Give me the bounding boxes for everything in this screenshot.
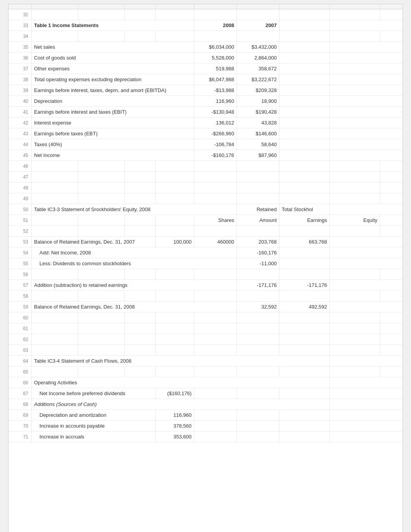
table-row: 70Increase in accounts payable378,560 (9, 421, 402, 431)
empty-cell (156, 291, 194, 301)
row-number: 40 (9, 96, 32, 106)
table-row: 46 (9, 161, 402, 172)
empty-cell (156, 182, 194, 193)
empty-cell (237, 161, 279, 171)
value-2008: 519,988 (194, 63, 237, 74)
empty-cell (279, 226, 330, 236)
row-number: 54 (9, 247, 32, 258)
empty-cell (78, 291, 125, 301)
empty-cell (156, 161, 194, 171)
shares-header: Shares (194, 215, 237, 225)
empty-cell (32, 291, 78, 301)
col-header-a (32, 4, 78, 9)
value-2007: $146,600 (237, 128, 279, 139)
addition-label: Addition (subtraction) to retained earni… (32, 280, 237, 290)
row-number: 69 (9, 410, 32, 420)
equity-value: 663,768 (279, 237, 330, 247)
empty-cell (32, 367, 78, 377)
rows-container: 3233Table 1 Income Statements20082007343… (9, 9, 402, 442)
col-header-g (279, 4, 330, 9)
empty-cell (279, 42, 330, 52)
empty-cell (32, 323, 78, 334)
empty-cell (125, 367, 156, 377)
income-label: Interest expense (32, 118, 194, 128)
empty-cell (156, 215, 194, 225)
table-row: 60 (9, 312, 402, 323)
balance-equity-2008: 492,592 (279, 302, 330, 312)
empty-cell (78, 193, 125, 204)
value-2007: 43,828 (237, 118, 279, 128)
table-row: 67Net Income before preferred dividends(… (9, 388, 402, 399)
empty-cell (194, 31, 237, 41)
cash-flow-value: 353,600 (156, 431, 194, 442)
empty-cell (125, 193, 156, 204)
income-label: Total operating expenses excluding depre… (32, 74, 194, 85)
table-row: 44Taxes (40%)-106,78458,640 (9, 139, 402, 150)
value-2007: $190,428 (237, 107, 279, 117)
retained-value: 203,768 (237, 237, 279, 247)
empty-cell (330, 367, 380, 377)
empty-cell (32, 334, 78, 344)
empty-cell (156, 345, 194, 355)
table-row: 49 (9, 193, 402, 204)
empty-cell (194, 161, 237, 171)
amount-value: 460000 (194, 237, 237, 247)
empty-cell (194, 334, 237, 344)
row-number: 55 (9, 258, 32, 269)
empty-cell (237, 323, 279, 334)
earnings-header: Earnings (279, 215, 330, 225)
empty-cell (125, 269, 156, 280)
empty-cell (125, 161, 156, 171)
income-label: Earnings before taxes (EBT) (32, 128, 194, 139)
row-number: 51 (9, 215, 32, 225)
table-row: 36Cost of goods sold5,528,0002,864,000 (9, 53, 402, 63)
row-number: 64 (9, 356, 32, 366)
empty-cell (125, 182, 156, 193)
empty-cell (78, 9, 125, 20)
cash-flow-label: Depreciation and amortization (32, 410, 156, 420)
table-row: 40Depreciation116,96018,900 (9, 96, 402, 107)
row-number: 68 (9, 399, 32, 409)
table-row: 51SharesAmountEarningsEquity (9, 215, 402, 226)
income-label: Taxes (40%) (32, 139, 194, 150)
table-row: 50Table IC3-3 Statement of Srockholders'… (9, 204, 402, 215)
empty-cell (237, 410, 279, 420)
empty-cell (237, 193, 279, 204)
table-row: 53Balance of Retained Earnings, Dec. 31,… (9, 237, 402, 247)
retained-value: -160,176 (237, 247, 279, 258)
income-label: Earnings before interest, taxes, deprn, … (32, 85, 194, 95)
empty-cell (78, 334, 125, 344)
table-row: 61 (9, 323, 402, 334)
table-row: 69Depreciation and amortization116,960 (9, 410, 402, 421)
empty-cell (156, 193, 194, 204)
empty-cell (279, 182, 330, 193)
row-number: 65 (9, 367, 32, 377)
empty-cell (330, 291, 380, 301)
empty-cell (279, 172, 330, 182)
empty-cell (237, 226, 279, 236)
table-ic3-4-title: Table IC3-4 Statement of Cash Flows, 200… (32, 356, 330, 366)
table-row: 71Increase in accruals353,600 (9, 431, 402, 442)
value-2007: 358,672 (237, 63, 279, 74)
empty-cell (194, 182, 237, 193)
additions-label: Additions (Sources of Cash) (32, 399, 330, 409)
empty-cell (156, 31, 194, 41)
income-label: Depreciation (32, 96, 194, 106)
table-row: 65 (9, 367, 402, 377)
empty-cell (125, 291, 156, 301)
row-number: 37 (9, 63, 32, 74)
empty-cell (194, 431, 237, 442)
empty-cell (78, 312, 125, 323)
empty-cell (32, 161, 78, 171)
value-2008: 5,528,000 (194, 53, 237, 63)
empty-cell (32, 269, 78, 280)
cash-flow-label: Increase in accruals (32, 431, 156, 442)
indented-label: Less: Dividends to common stockholders (32, 258, 237, 269)
empty-cell (156, 367, 194, 377)
table-row: 66Operating Activities (9, 377, 402, 388)
value-2007: 58,640 (237, 139, 279, 150)
amount-header: Amount (237, 215, 279, 225)
empty-cell (279, 74, 330, 85)
row-number: 47 (9, 172, 32, 182)
empty-cell (32, 31, 78, 41)
